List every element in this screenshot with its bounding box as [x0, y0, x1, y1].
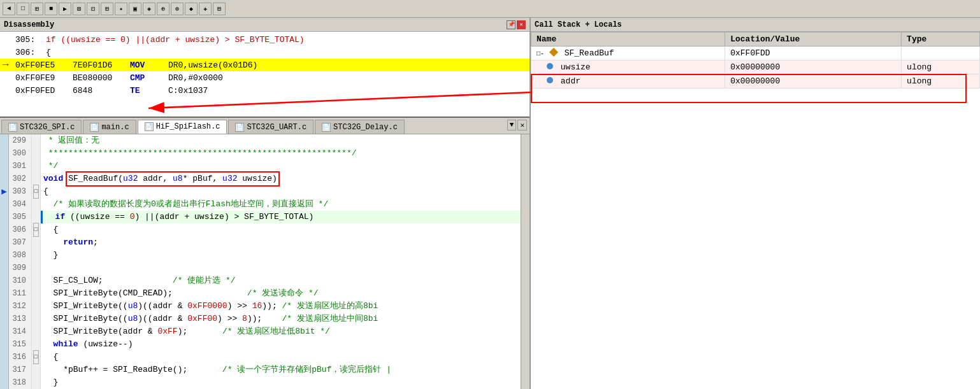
pin-btn[interactable]: 📌 — [507, 20, 515, 29]
code-line-304: /* 如果读取的数据长度为0或者超出串行Flash地址空间，则直接返回 */ — [41, 198, 521, 211]
disasm-row-305: 305: if ((uwsize == 0) ||(addr + uwsize)… — [0, 33, 530, 46]
toolbar-btn-2[interactable]: □ — [17, 3, 29, 15]
code-editor: ▶ 299 300 301 302 303 304 305 306 307 — [0, 134, 530, 389]
fold-308 — [32, 249, 40, 262]
toolbar-btn-11[interactable]: ◈ — [143, 3, 155, 15]
gutter-318: 318 — [9, 376, 29, 389]
code-text-312: SPI_WriteByte((u8)((addr & 0xFF0000) >> … — [43, 300, 378, 313]
uwsize-value: 0x00000000 — [725, 60, 902, 74]
uwsize-name: uwsize — [531, 60, 725, 74]
tab-uart[interactable]: 📄 STC32G_UART.c — [228, 120, 313, 134]
gutter-301: 301 — [9, 160, 29, 173]
toolbar-btn-3[interactable]: ⊞ — [31, 3, 43, 15]
code-text-300: ****************************************… — [43, 147, 356, 160]
code-line-301: */ — [41, 160, 521, 173]
code-line-314: SPI_WriteByte(addr & 0xFF); /* 发送扇区地址低8b… — [41, 325, 521, 338]
code-line-310: SF_CS_LOW; /* 使能片选 */ — [41, 274, 521, 287]
fold-314 — [32, 325, 40, 338]
tab-label-main: main.c — [101, 123, 129, 132]
vertical-scrollbar[interactable] — [521, 134, 530, 389]
code-line-311: SPI_WriteByte(CMD_READ); /* 发送读命令 */ — [41, 287, 521, 300]
margin-spacer-3 — [0, 160, 8, 173]
toolbar-btn-15[interactable]: ✚ — [199, 3, 212, 15]
gutter-306: 306 — [9, 223, 29, 236]
table-row-uwsize: uwsize 0x00000000 ulong — [531, 60, 980, 74]
toolbar-btn-6[interactable]: ⊠ — [73, 3, 85, 15]
code-line-309 — [41, 262, 521, 274]
code-content: * 返回值：无 ********************************… — [41, 134, 521, 389]
toolbar-btn-13[interactable]: ⊗ — [171, 3, 184, 15]
gutter-299: 299 — [9, 134, 29, 147]
toolbar-btn-16[interactable]: ⊞ — [213, 3, 226, 15]
fold-312 — [32, 300, 40, 313]
tab-icon-uart: 📄 — [235, 123, 244, 132]
tab-hif-spiflash[interactable]: 📄 HiF_SpiFlash.c — [138, 120, 227, 134]
tab-main[interactable]: 📄 main.c — [83, 120, 136, 134]
fold-300 — [32, 147, 40, 160]
toolbar-btn-9[interactable]: ✦ — [115, 3, 127, 15]
gutter-316: 316 — [9, 351, 29, 364]
gutter-317: 317 — [9, 364, 29, 376]
fold-313 — [32, 313, 40, 325]
fold-318 — [32, 376, 40, 389]
tab-delay[interactable]: 📄 STC32G_Delay.c — [315, 120, 405, 134]
uwsize-icon — [547, 63, 553, 69]
code-text-303: { — [43, 185, 48, 198]
sf-readbuf-value: 0xFF0FDD — [725, 46, 902, 60]
gutter-309: 309 — [9, 262, 29, 274]
right-panel: Call Stack + Locals Name Location/Value … — [531, 18, 980, 389]
addr-type: ulong — [902, 74, 980, 88]
table-row-addr: addr 0x00000000 ulong — [531, 74, 980, 88]
margin-spacer-2 — [0, 147, 8, 160]
sf-readbuf-label: SF_ReadBuf — [565, 48, 614, 58]
disasm-row-2: 0xFF0FE9 BE080000 CMP DR0,#0x0000 — [0, 71, 530, 84]
code-text-299: * 返回值：无 — [43, 134, 99, 147]
toolbar-btn-8[interactable]: ⊞ — [101, 3, 113, 15]
code-line-302: void SF_ReadBuf(u32 addr, u8* pBuf, u32 … — [41, 173, 521, 185]
toolbar-btn-7[interactable]: ⊡ — [87, 3, 99, 15]
code-line-306: { — [41, 223, 521, 236]
fn-name: SF_ReadBuf(u32 addr, u8* pBuf, u32 uwsiz… — [66, 171, 280, 187]
toolbar-btn-10[interactable]: ▣ — [129, 3, 141, 15]
toolbar-btn-12[interactable]: ⊕ — [157, 3, 169, 15]
code-line-307: return; — [41, 236, 521, 249]
tab-stc32g-spi[interactable]: 📄 STC32G_SPI.c — [1, 120, 82, 134]
toolbar-btn-4[interactable]: ■ — [45, 3, 57, 15]
close-disasm-btn[interactable]: ✕ — [517, 20, 526, 29]
code-line-313: SPI_WriteByte((u8)((addr & 0xFF00) >> 8)… — [41, 313, 521, 325]
tab-label-uart: STC32G_UART.c — [247, 123, 306, 132]
code-text-301: */ — [43, 160, 58, 173]
tab-icon-hif: 📄 — [145, 122, 154, 131]
left-margin: ▶ — [0, 134, 9, 389]
fold-315 — [32, 338, 40, 351]
disasm-addr-1: 0xFF0FE5 — [15, 60, 73, 70]
gutter-310: 310 — [9, 274, 29, 287]
tab-icon-spi: 📄 — [8, 123, 17, 132]
sf-readbuf-name: □- SF_ReadBuf — [531, 46, 725, 60]
col-type: Type — [902, 32, 980, 46]
toolbar-btn-5[interactable]: ▶ — [59, 3, 71, 15]
disasm-mnem-2: CMP — [130, 73, 168, 83]
tab-close-btn[interactable]: ✕ — [517, 120, 527, 131]
disasm-mnem-3: TE — [130, 86, 168, 95]
fold-303[interactable]: □ — [32, 185, 40, 198]
code-text-308: } — [43, 249, 58, 262]
tab-icon-main: 📄 — [90, 123, 99, 132]
gutter-313: 313 — [9, 313, 29, 325]
toolbar-btn-1[interactable]: ◄ — [3, 3, 15, 15]
fold-307 — [32, 236, 40, 249]
gutter-302: 302 — [9, 173, 29, 185]
fold-304 — [32, 198, 40, 211]
fold-306[interactable]: □ — [32, 223, 40, 236]
tab-list-btn[interactable]: ▼ — [507, 120, 517, 131]
callstack-title: Call Stack + Locals — [535, 20, 622, 29]
code-line-300: ****************************************… — [41, 147, 521, 160]
gutter-300: 300 — [9, 147, 29, 160]
code-text-311: SPI_WriteByte(CMD_READ); /* 发送读命令 */ — [43, 287, 319, 300]
fold-316[interactable]: □ — [32, 351, 40, 364]
expand-icon-sf[interactable]: □- — [537, 50, 544, 57]
addr-icon — [547, 77, 553, 83]
code-text-306: { — [43, 223, 58, 236]
toolbar-btn-14[interactable]: ◆ — [185, 3, 198, 15]
disassembly-content: 305: if ((uwsize == 0) ||(addr + uwsize)… — [0, 32, 530, 98]
